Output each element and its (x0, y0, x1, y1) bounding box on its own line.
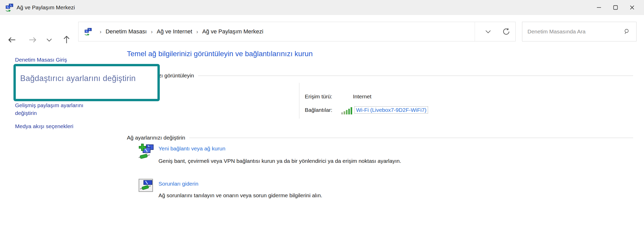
sidebar-item-change-adapter-settings[interactable]: Bağdaştırıcı ayarlarını değiştirin (20, 72, 144, 85)
maximize-icon (613, 5, 618, 10)
breadcrumb-location-icon (84, 28, 92, 35)
address-dropdown-button[interactable] (479, 22, 497, 41)
breadcrumb-separator: › (100, 29, 102, 35)
troubleshoot-link[interactable]: Sorunları giderin (158, 181, 198, 187)
access-type-row: Erişim türü: Internet (305, 93, 371, 100)
chevron-down-icon (485, 30, 491, 34)
title-bar: Ağ ve Paylaşım Merkezi (0, 0, 644, 15)
page-title: Temel ağ bilgilerinizi görüntüleyin ve b… (127, 50, 313, 58)
close-button[interactable] (624, 0, 640, 15)
up-button[interactable] (61, 34, 72, 46)
minimize-button[interactable] (591, 0, 607, 15)
chevron-down-icon (46, 38, 52, 42)
annotation-highlight-box[interactable]: Bağdaştırıcı ayarlarını değiştirin (13, 64, 160, 101)
active-network-divider (299, 83, 299, 119)
sidebar-item-advanced-sharing-settings[interactable]: Gelişmiş paylaşım ayarlarını değiştirin (15, 101, 103, 117)
up-arrow-icon (63, 35, 70, 44)
troubleshoot-description: Ağ sorunlarını tanılayın ve onarın veya … (158, 192, 322, 199)
connections-label: Bağlantılar: (305, 107, 341, 113)
recent-pages-button[interactable] (44, 34, 55, 46)
sidebar-item-media-streaming-options[interactable]: Medya akışı seçenekleri (15, 122, 73, 130)
change-network-settings-section-title: Ağ ayarlarınızı değiştirin (127, 135, 185, 141)
window-controls (591, 0, 640, 15)
section-rule (189, 138, 633, 138)
wifi-connection-link[interactable]: Wi-Fi (Livebox7-9D2F-WiFi7) (354, 106, 428, 114)
navigation-bar: › Denetim Masası › Ağ ve Internet › Ağ v… (0, 15, 644, 47)
breadcrumb-item-network-internet[interactable]: Ağ ve Internet (157, 28, 192, 35)
wifi-signal-icon (341, 107, 353, 114)
forward-icon (28, 36, 37, 44)
breadcrumb-separator: › (151, 29, 153, 35)
maximize-button[interactable] (607, 0, 624, 15)
search-box (522, 22, 636, 41)
network-sharing-center-window: { "window": { "title": "Ağ ve Paylaşım M… (0, 0, 644, 241)
refresh-button[interactable] (497, 22, 515, 41)
search-input[interactable] (527, 28, 624, 35)
search-icon[interactable] (624, 28, 631, 35)
close-icon (629, 5, 635, 10)
setup-new-connection-link[interactable]: Yeni bağlantı veya ağ kurun (158, 145, 225, 152)
network-app-icon (5, 3, 13, 12)
breadcrumb-item-control-panel[interactable]: Denetim Masası (106, 28, 147, 35)
breadcrumb-separator: › (196, 29, 198, 35)
back-button[interactable] (6, 34, 18, 46)
address-bar-divider (475, 22, 475, 41)
address-bar[interactable]: › Denetim Masası › Ağ ve Internet › Ağ v… (78, 22, 516, 41)
sidebar-item-control-panel-home[interactable]: Denetim Masası Giriş (15, 56, 67, 64)
breadcrumb: › Denetim Masası › Ağ ve Internet › Ağ v… (96, 28, 263, 35)
back-icon (8, 36, 17, 44)
section-rule (198, 76, 633, 76)
breadcrumb-item-network-sharing-center[interactable]: Ağ ve Paylaşım Merkezi (202, 28, 263, 35)
connections-row: Bağlantılar: Wi-Fi (Livebox7-9D2F-WiFi7) (305, 106, 428, 114)
setup-new-connection-icon (139, 143, 155, 160)
window-title: Ağ ve Paylaşım Merkezi (17, 4, 75, 11)
content-area: Denetim Masası Giriş Bağdaştırıcı ayarla… (0, 47, 644, 241)
minimize-icon (596, 5, 602, 10)
change-network-settings-section-header: Ağ ayarlarınızı değiştirin (127, 135, 633, 141)
refresh-icon (502, 28, 510, 35)
forward-button[interactable] (27, 34, 38, 46)
access-type-label: Erişim türü: (305, 93, 353, 100)
active-networks-section-header: Etkin ağlarınızı görüntüleyin (127, 72, 633, 79)
access-type-value: Internet (353, 93, 371, 100)
setup-new-connection-description: Geniş bant, çevirmeli veya VPN bağlantıs… (158, 158, 401, 164)
troubleshoot-icon (139, 178, 153, 193)
